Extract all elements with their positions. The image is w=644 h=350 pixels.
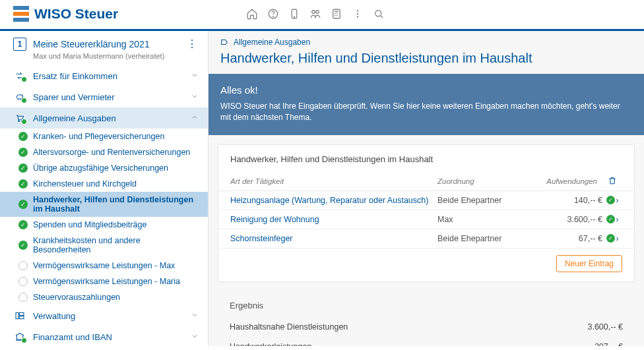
- sidebar-subitem-2-5[interactable]: ✓Spenden und Mitgliedsbeiträge: [0, 217, 208, 233]
- cell-status: ✓›: [602, 196, 622, 205]
- cell-status: ✓›: [602, 215, 622, 224]
- status-dot-icon: [21, 119, 27, 125]
- table-body: Heizungsanlage (Wartung, Reparatur oder …: [218, 191, 634, 248]
- group-label: Ersatz für Einkommen: [33, 71, 191, 81]
- group-icon: [13, 309, 26, 322]
- sidebar-group-1[interactable]: Sparer und Vermieter: [0, 86, 208, 107]
- sidebar-subitem-2-7[interactable]: Vermögenswirksame Leistungen - Max: [0, 258, 208, 274]
- sidebar-subitem-2-3[interactable]: ✓Kirchensteuer und Kirchgeld: [0, 176, 208, 192]
- search-icon[interactable]: [370, 5, 387, 22]
- subitem-label: Vermögenswirksame Leistungen - Max: [33, 261, 175, 270]
- delete-all-icon[interactable]: [602, 176, 622, 187]
- cell-amount: 67,-- €: [530, 234, 602, 243]
- cell-amount: 140,-- €: [530, 196, 602, 205]
- page-title: Handwerker, Hilfen und Dienstleistungen …: [209, 49, 644, 74]
- result-row: Handwerkerleistungen207,-- €: [209, 337, 644, 346]
- group-label: Sparer und Vermieter: [33, 92, 191, 102]
- sidebar-subitem-2-2[interactable]: ✓Übrige abzugsfähige Versicherungen: [0, 160, 208, 176]
- app-logo: WISO Steuer: [13, 6, 118, 22]
- check-icon: ✓: [18, 132, 28, 141]
- chevron-icon: [191, 92, 199, 102]
- new-entry-row: Neuer Eintrag: [218, 248, 634, 272]
- breadcrumb[interactable]: Allgemeine Ausgaben: [209, 31, 644, 49]
- empty-icon: [18, 277, 28, 286]
- check-icon: ✓: [18, 200, 28, 209]
- section-more-icon[interactable]: ⋮: [185, 38, 199, 51]
- svg-point-7: [357, 10, 358, 11]
- result-section: Ergebnis Haushaltsnahe Dienstleistungen3…: [209, 291, 644, 346]
- sidebar-subitem-2-4[interactable]: ✓Handwerker, Hilfen und Dienstleistungen…: [0, 192, 208, 217]
- section-header-1[interactable]: 1 Meine Steuererklärung 2021 ⋮: [0, 31, 208, 55]
- group-label: Finanzamt und IBAN: [33, 332, 191, 342]
- cell-activity: Reinigung der Wohnung: [230, 215, 437, 224]
- check-icon: ✓: [18, 148, 28, 157]
- section-subtitle: Max und Maria Mustermann (verheiratet): [33, 52, 208, 60]
- chevron-right-icon: ›: [616, 196, 619, 205]
- result-label: Haushaltsnahe Dienstleistungen: [230, 322, 348, 332]
- cell-activity: Heizungsanlage (Wartung, Reparatur oder …: [230, 196, 437, 205]
- empty-icon: [18, 261, 28, 270]
- svg-rect-13: [16, 312, 18, 318]
- subitem-label: Steuervorauszahlungen: [33, 293, 120, 302]
- sidebar-subitem-2-1[interactable]: ✓Altersvorsorge- und Rentenversicherunge…: [0, 144, 208, 160]
- section-title: Meine Steuererklärung 2021: [33, 39, 150, 49]
- table-row[interactable]: Heizungsanlage (Wartung, Reparatur oder …: [218, 191, 634, 210]
- subitem-label: Vermögenswirksame Leistungen - Maria: [33, 277, 180, 286]
- help-icon[interactable]: [265, 5, 282, 22]
- svg-rect-14: [19, 312, 24, 315]
- subitem-label: Übrige abzugsfähige Versicherungen: [33, 163, 168, 173]
- cell-assign: Beide Ehepartner: [437, 196, 530, 205]
- svg-point-5: [316, 11, 319, 14]
- sidebar-subitem-2-9[interactable]: Steuervorauszahlungen: [0, 289, 208, 305]
- result-value: 3.600,-- €: [587, 322, 623, 332]
- status-dot-icon: [21, 337, 27, 343]
- panel-title: Handwerker, Hilfen und Dienstleistungen …: [218, 154, 634, 172]
- section-number: 1: [13, 38, 26, 51]
- svg-point-1: [273, 16, 274, 16]
- check-icon: ✓: [606, 234, 615, 243]
- check-icon: ✓: [606, 196, 615, 204]
- new-entry-button[interactable]: Neuer Eintrag: [556, 255, 622, 272]
- sidebar-group-3[interactable]: Verwaltung: [0, 305, 208, 326]
- team-icon[interactable]: [307, 5, 324, 22]
- sidebar-group-2[interactable]: Allgemeine Ausgaben: [0, 107, 208, 129]
- chevron-icon: [191, 332, 199, 342]
- mobile-icon[interactable]: [286, 5, 303, 22]
- subitem-label: Krankheitskosten und andere Besonderheit…: [33, 236, 199, 254]
- chevron-icon: [191, 113, 199, 123]
- cell-amount: 3.600,-- €: [530, 215, 602, 224]
- status-dot-icon: [21, 98, 27, 103]
- table-row[interactable]: SchornsteinfegerBeide Ehepartner67,-- €✓…: [218, 229, 634, 248]
- nav-list: Ersatz für EinkommenSparer und Vermieter…: [0, 65, 208, 346]
- check-icon: ✓: [18, 220, 28, 229]
- chevron-right-icon: ›: [616, 215, 619, 224]
- sidebar-subitem-2-0[interactable]: ✓Kranken- und Pflegeversicherungen: [0, 129, 208, 144]
- calculator-icon[interactable]: [328, 5, 345, 22]
- cell-assign: Max: [437, 215, 530, 224]
- banner-title: Alles ok!: [220, 84, 632, 96]
- cell-status: ✓›: [602, 234, 622, 243]
- breadcrumb-label: Allgemeine Ausgaben: [234, 38, 310, 47]
- empty-icon: [18, 293, 28, 302]
- svg-point-3: [294, 16, 295, 17]
- sidebar-subitem-2-8[interactable]: Vermögenswirksame Leistungen - Maria: [0, 274, 208, 289]
- app-name: WISO Steuer: [34, 6, 118, 22]
- check-icon: ✓: [18, 241, 28, 250]
- check-icon: ✓: [18, 163, 28, 173]
- table-header: Art der Tätigkeit Zuordnung Aufwendungen: [218, 172, 634, 191]
- logo-bars-icon: [13, 6, 29, 22]
- tag-icon: [220, 38, 230, 47]
- banner-text: WISO Steuer hat Ihre Eingaben überprüft.…: [220, 101, 632, 123]
- check-icon: ✓: [18, 179, 28, 189]
- group-label: Allgemeine Ausgaben: [33, 113, 191, 123]
- sidebar-group-4[interactable]: Finanzamt und IBAN: [0, 326, 208, 346]
- result-label: Handwerkerleistungen: [230, 342, 311, 346]
- home-icon[interactable]: [243, 5, 261, 22]
- check-icon: ✓: [606, 215, 615, 223]
- table-row[interactable]: Reinigung der WohnungMax3.600,-- €✓›: [218, 210, 634, 229]
- more-icon[interactable]: [349, 5, 366, 22]
- toolbar: [243, 5, 387, 22]
- subitem-label: Handwerker, Hilfen und Dienstleistungen …: [33, 195, 199, 214]
- sidebar-subitem-2-6[interactable]: ✓Krankheitskosten und andere Besonderhei…: [0, 233, 208, 258]
- sidebar-group-0[interactable]: Ersatz für Einkommen: [0, 65, 208, 86]
